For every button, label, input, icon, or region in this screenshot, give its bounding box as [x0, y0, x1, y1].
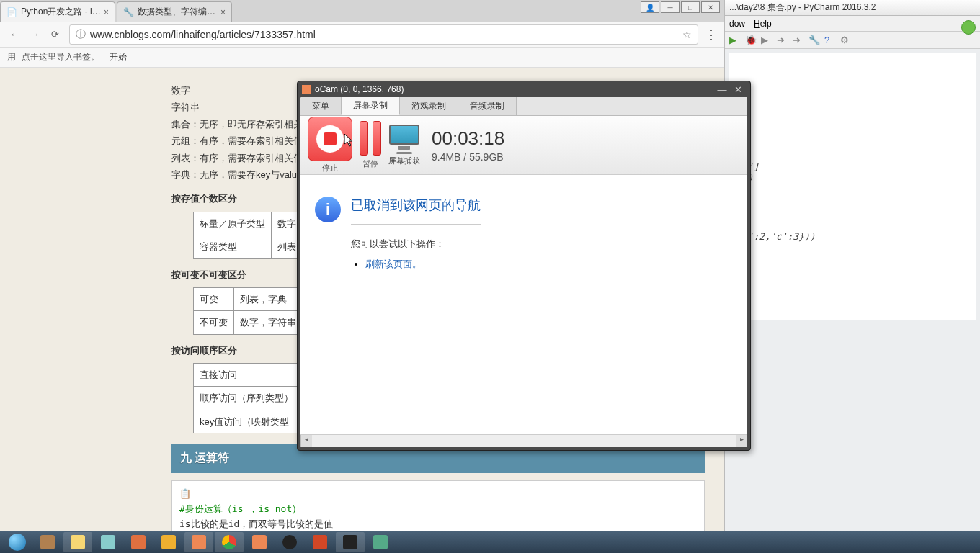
- pause-label: 暂停: [362, 158, 378, 169]
- help-icon[interactable]: ?: [824, 35, 836, 46]
- ocam-content: i 已取消到该网页的导航 您可以尝试以下操作： 刷新该页面。: [300, 175, 747, 434]
- task-ppt[interactable]: [306, 532, 334, 552]
- cell: 容器类型: [194, 235, 272, 258]
- pycharm-titlebar: ...\day2\8 集合.py - PyCharm 2016.3.2: [725, 0, 980, 16]
- cell: 标量／原子类型: [194, 212, 272, 235]
- monitor-icon: [389, 125, 419, 145]
- cell: 不可变: [194, 311, 234, 334]
- minimize-button[interactable]: —: [714, 84, 730, 95]
- window-controls: 👤 ─ □ ✕: [641, 1, 720, 13]
- chrome-menu-button[interactable]: ⋮: [703, 27, 720, 42]
- stop-button[interactable]: 停止: [308, 117, 352, 174]
- close-icon[interactable]: ×: [220, 7, 226, 17]
- table-access: 直接访问 顺序访问（序列类型） key值访问（映射类型: [193, 363, 300, 433]
- wrench-icon[interactable]: 🔧: [808, 35, 820, 46]
- url-text: www.cnblogs.com/linhaifeng/articles/7133…: [90, 29, 316, 40]
- ocam-title-text: oCam (0, 0, 1366, 768): [315, 84, 404, 94]
- task-item[interactable]: [154, 532, 183, 552]
- forward-button[interactable]: →: [24, 24, 45, 45]
- settings-icon[interactable]: ⚙: [840, 35, 852, 46]
- cell: 直接访问: [194, 364, 300, 387]
- close-button[interactable]: ✕: [730, 84, 746, 95]
- pycharm-menubar: dow Help: [725, 16, 980, 32]
- pycharm-title-text: ...\day2\8 集合.py - PyCharm 2016.3.2: [729, 1, 876, 14]
- ocam-body: 菜单 屏幕录制 游戏录制 音频录制 停止 暂停 屏幕捕获 00:03:18 9.…: [300, 97, 747, 447]
- tab-2[interactable]: 🔧 数据类型、字符编码、文 ×: [117, 1, 232, 22]
- back-button[interactable]: ←: [4, 24, 24, 45]
- task-item[interactable]: [33, 532, 62, 552]
- task-item[interactable]: [94, 532, 122, 552]
- recording-stats: 00:03:18 9.4MB / 55.9GB: [432, 127, 504, 163]
- step-into-icon[interactable]: ➜: [793, 35, 804, 46]
- run-icon[interactable]: ▶: [729, 35, 741, 46]
- step-icon[interactable]: ➜: [777, 35, 788, 46]
- address-bar: ← → ⟳ ⓘ www.cnblogs.com/linhaifeng/artic…: [0, 22, 724, 48]
- table-value-count: 标量／原子类型数字 容器类型列表: [193, 212, 303, 259]
- close-icon[interactable]: ×: [104, 7, 109, 17]
- task-chrome[interactable]: [215, 532, 244, 552]
- ocam-window: oCam (0, 0, 1366, 768) — ✕ 菜单 屏幕录制 游戏录制 …: [297, 81, 751, 451]
- task-item[interactable]: [245, 532, 274, 552]
- menu-window[interactable]: dow: [729, 19, 745, 29]
- minimize-button[interactable]: ─: [661, 1, 680, 13]
- close-button[interactable]: ✕: [701, 1, 720, 13]
- nav-cancelled-message: i 已取消到该网页的导航 您可以尝试以下操作： 刷新该页面。: [315, 197, 733, 271]
- capture-button[interactable]: 屏幕捕获: [388, 125, 420, 166]
- ocam-titlebar[interactable]: oCam (0, 0, 1366, 768) — ✕: [298, 81, 750, 97]
- pause-button[interactable]: 暂停: [360, 121, 381, 169]
- pycharm-window: ...\day2\8 集合.py - PyCharm 2016.3.2 dow …: [724, 0, 980, 531]
- refresh-link[interactable]: 刷新该页面。: [365, 258, 422, 269]
- debug-icon[interactable]: 🐞: [745, 35, 757, 46]
- cell: 顺序访问（序列类型）: [194, 387, 300, 410]
- code-line: )): [736, 209, 968, 220]
- task-item[interactable]: [366, 532, 395, 552]
- pycharm-toolbar: ▶ 🐞 ▶ ➜ ➜ 🔧 ? ⚙: [725, 32, 980, 49]
- stop-label: 停止: [322, 163, 338, 174]
- message-title: 已取消到该网页的导航: [351, 197, 481, 214]
- task-qq[interactable]: [275, 532, 304, 552]
- file-size: 9.4MB / 55.9GB: [432, 151, 504, 163]
- apps-label: 用: [7, 51, 16, 63]
- editor-area[interactable]: 'a'] ))) )) 'b':2,'c':3})): [729, 53, 976, 320]
- favicon-icon: 🔧: [123, 7, 133, 17]
- scroll-left-icon[interactable]: ◂: [300, 435, 312, 447]
- tab-game-record[interactable]: 游戏录制: [399, 97, 458, 115]
- task-pycharm[interactable]: [336, 532, 365, 552]
- reload-button[interactable]: ⟳: [45, 24, 65, 45]
- tab-screen-record[interactable]: 屏幕录制: [341, 97, 400, 115]
- tab-menu[interactable]: 菜单: [300, 97, 342, 115]
- task-ocam[interactable]: [184, 532, 213, 552]
- tab-title: Python开发之路 - linhai: [21, 6, 101, 18]
- task-explorer[interactable]: [63, 532, 92, 552]
- scroll-right-icon[interactable]: ▸: [736, 435, 747, 447]
- copy-icon[interactable]: 📋: [179, 487, 190, 497]
- cell: 数字，字符串: [234, 311, 303, 334]
- start-button[interactable]: [3, 533, 32, 552]
- menu-help[interactable]: Help: [754, 19, 772, 29]
- tab-strip: 📄 Python开发之路 - linhai × 🔧 数据类型、字符编码、文 × …: [0, 0, 724, 22]
- pycharm-avatar-icon[interactable]: [961, 20, 976, 35]
- tab-1[interactable]: 📄 Python开发之路 - linhai ×: [0, 1, 115, 22]
- elapsed-time: 00:03:18: [432, 127, 504, 150]
- ocam-scrollbar[interactable]: ◂ ▸: [300, 434, 747, 447]
- info-icon: i: [315, 197, 341, 222]
- code-line: 'b':2,'c':3})): [736, 231, 968, 242]
- cell: 列表，字典: [234, 287, 303, 310]
- ocam-icon: [302, 85, 311, 94]
- bookmark-start[interactable]: 开始: [110, 51, 127, 63]
- cell: 可变: [194, 287, 234, 310]
- user-button[interactable]: 👤: [641, 1, 659, 13]
- code-line: ))): [736, 172, 968, 183]
- ocam-window-controls: — ✕: [714, 84, 746, 95]
- url-input[interactable]: ⓘ www.cnblogs.com/linhaifeng/articles/71…: [69, 24, 698, 45]
- import-hint: 点击这里导入书签。: [22, 51, 99, 63]
- task-item[interactable]: [124, 532, 153, 552]
- ocam-tabs: 菜单 屏幕录制 游戏录制 音频录制: [300, 97, 747, 116]
- bookmark-star-icon[interactable]: ☆: [682, 29, 692, 40]
- tab-title: 数据类型、字符编码、文: [138, 6, 218, 18]
- coverage-icon[interactable]: ▶: [761, 35, 772, 46]
- favicon-icon: 📄: [6, 7, 17, 17]
- tab-audio-record[interactable]: 音频录制: [458, 97, 517, 115]
- bookmarks-bar: 用 点击这里导入书签。 开始: [0, 48, 724, 68]
- maximize-button[interactable]: □: [681, 1, 700, 13]
